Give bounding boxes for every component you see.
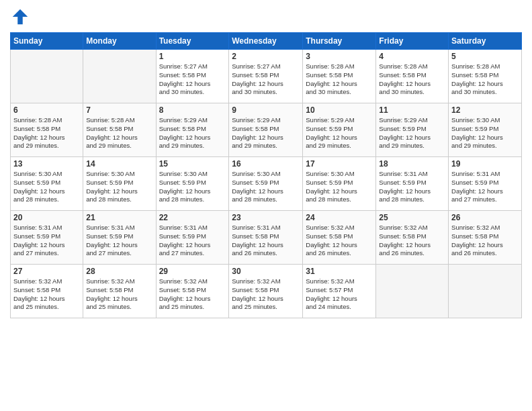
calendar-table: SundayMondayTuesdayWednesdayThursdayFrid… <box>10 32 522 318</box>
day-cell: 13Sunrise: 5:30 AM Sunset: 5:59 PM Dayli… <box>11 157 83 211</box>
day-info: Sunrise: 5:30 AM Sunset: 5:59 PM Dayligh… <box>232 170 300 204</box>
day-number: 21 <box>86 213 152 222</box>
day-info: Sunrise: 5:32 AM Sunset: 5:58 PM Dayligh… <box>86 277 152 312</box>
day-number: 13 <box>13 159 80 169</box>
day-info: Sunrise: 5:28 AM Sunset: 5:58 PM Dayligh… <box>306 62 373 97</box>
day-cell: 11Sunrise: 5:29 AM Sunset: 5:59 PM Dayli… <box>376 103 449 157</box>
day-number: 7 <box>86 105 152 115</box>
day-cell <box>11 50 83 103</box>
day-info: Sunrise: 5:28 AM Sunset: 5:58 PM Dayligh… <box>379 62 445 97</box>
day-cell: 22Sunrise: 5:31 AM Sunset: 5:59 PM Dayli… <box>156 211 229 265</box>
day-info: Sunrise: 5:31 AM Sunset: 5:59 PM Dayligh… <box>451 170 519 204</box>
page: SundayMondayTuesdayWednesdayThursdayFrid… <box>0 0 532 411</box>
day-info: Sunrise: 5:32 AM Sunset: 5:57 PM Dayligh… <box>306 277 373 312</box>
day-info: Sunrise: 5:29 AM Sunset: 5:59 PM Dayligh… <box>379 116 445 150</box>
day-info: Sunrise: 5:28 AM Sunset: 5:58 PM Dayligh… <box>13 116 80 150</box>
day-number: 15 <box>159 159 226 169</box>
day-info: Sunrise: 5:32 AM Sunset: 5:58 PM Dayligh… <box>13 277 80 312</box>
day-info: Sunrise: 5:30 AM Sunset: 5:59 PM Dayligh… <box>13 170 80 204</box>
day-cell: 18Sunrise: 5:31 AM Sunset: 5:59 PM Dayli… <box>376 157 449 211</box>
day-info: Sunrise: 5:31 AM Sunset: 5:59 PM Dayligh… <box>159 224 226 258</box>
col-header-wednesday: Wednesday <box>229 33 303 50</box>
day-number: 10 <box>306 105 373 115</box>
day-info: Sunrise: 5:30 AM Sunset: 5:59 PM Dayligh… <box>159 170 226 204</box>
day-cell: 10Sunrise: 5:29 AM Sunset: 5:59 PM Dayli… <box>303 103 376 157</box>
week-row-5: 27Sunrise: 5:32 AM Sunset: 5:58 PM Dayli… <box>11 265 522 318</box>
day-info: Sunrise: 5:28 AM Sunset: 5:58 PM Dayligh… <box>451 62 519 97</box>
week-row-4: 20Sunrise: 5:31 AM Sunset: 5:59 PM Dayli… <box>11 211 522 265</box>
col-header-saturday: Saturday <box>449 33 522 50</box>
week-row-2: 6Sunrise: 5:28 AM Sunset: 5:58 PM Daylig… <box>11 103 522 157</box>
day-info: Sunrise: 5:29 AM Sunset: 5:58 PM Dayligh… <box>159 116 226 150</box>
day-cell: 24Sunrise: 5:32 AM Sunset: 5:58 PM Dayli… <box>303 211 376 265</box>
day-number: 2 <box>232 52 300 61</box>
day-cell: 19Sunrise: 5:31 AM Sunset: 5:59 PM Dayli… <box>449 157 522 211</box>
day-info: Sunrise: 5:31 AM Sunset: 5:58 PM Dayligh… <box>232 224 300 258</box>
day-cell: 17Sunrise: 5:30 AM Sunset: 5:59 PM Dayli… <box>303 157 376 211</box>
day-number: 5 <box>451 52 519 61</box>
day-number: 17 <box>306 159 373 169</box>
day-info: Sunrise: 5:31 AM Sunset: 5:59 PM Dayligh… <box>379 170 445 204</box>
day-info: Sunrise: 5:28 AM Sunset: 5:58 PM Dayligh… <box>86 116 152 150</box>
svg-marker-0 <box>13 9 28 25</box>
day-cell: 27Sunrise: 5:32 AM Sunset: 5:58 PM Dayli… <box>11 265 83 318</box>
day-cell: 8Sunrise: 5:29 AM Sunset: 5:58 PM Daylig… <box>156 103 229 157</box>
calendar-header-row: SundayMondayTuesdayWednesdayThursdayFrid… <box>11 33 522 50</box>
day-number: 14 <box>86 159 152 169</box>
day-number: 4 <box>379 52 445 61</box>
day-cell: 7Sunrise: 5:28 AM Sunset: 5:58 PM Daylig… <box>83 103 156 157</box>
day-number: 12 <box>451 105 519 115</box>
day-cell: 6Sunrise: 5:28 AM Sunset: 5:58 PM Daylig… <box>11 103 83 157</box>
day-info: Sunrise: 5:29 AM Sunset: 5:58 PM Dayligh… <box>232 116 300 150</box>
day-cell: 1Sunrise: 5:27 AM Sunset: 5:58 PM Daylig… <box>156 50 229 103</box>
header <box>10 7 522 27</box>
day-info: Sunrise: 5:30 AM Sunset: 5:59 PM Dayligh… <box>86 170 152 204</box>
day-info: Sunrise: 5:32 AM Sunset: 5:58 PM Dayligh… <box>379 224 445 258</box>
day-number: 19 <box>451 159 519 169</box>
day-info: Sunrise: 5:27 AM Sunset: 5:58 PM Dayligh… <box>232 62 300 97</box>
day-info: Sunrise: 5:32 AM Sunset: 5:58 PM Dayligh… <box>306 224 373 258</box>
col-header-sunday: Sunday <box>11 33 83 50</box>
day-cell: 20Sunrise: 5:31 AM Sunset: 5:59 PM Dayli… <box>11 211 83 265</box>
day-info: Sunrise: 5:31 AM Sunset: 5:59 PM Dayligh… <box>86 224 152 258</box>
day-cell: 2Sunrise: 5:27 AM Sunset: 5:58 PM Daylig… <box>229 50 303 103</box>
day-cell: 21Sunrise: 5:31 AM Sunset: 5:59 PM Dayli… <box>83 211 156 265</box>
day-info: Sunrise: 5:29 AM Sunset: 5:59 PM Dayligh… <box>306 116 373 150</box>
col-header-thursday: Thursday <box>303 33 376 50</box>
day-number: 29 <box>159 267 226 276</box>
day-cell: 30Sunrise: 5:32 AM Sunset: 5:58 PM Dayli… <box>229 265 303 318</box>
col-header-tuesday: Tuesday <box>156 33 229 50</box>
day-cell: 26Sunrise: 5:32 AM Sunset: 5:58 PM Dayli… <box>449 211 522 265</box>
day-number: 25 <box>379 213 445 222</box>
logo <box>10 7 33 27</box>
day-number: 24 <box>306 213 373 222</box>
day-number: 11 <box>379 105 445 115</box>
day-cell: 23Sunrise: 5:31 AM Sunset: 5:58 PM Dayli… <box>229 211 303 265</box>
day-cell: 3Sunrise: 5:28 AM Sunset: 5:58 PM Daylig… <box>303 50 376 103</box>
col-header-monday: Monday <box>83 33 156 50</box>
day-cell: 14Sunrise: 5:30 AM Sunset: 5:59 PM Dayli… <box>83 157 156 211</box>
day-info: Sunrise: 5:32 AM Sunset: 5:58 PM Dayligh… <box>451 224 519 258</box>
day-info: Sunrise: 5:31 AM Sunset: 5:59 PM Dayligh… <box>13 224 80 258</box>
day-info: Sunrise: 5:30 AM Sunset: 5:59 PM Dayligh… <box>306 170 373 204</box>
day-cell <box>376 265 449 318</box>
day-number: 18 <box>379 159 445 169</box>
day-cell: 15Sunrise: 5:30 AM Sunset: 5:59 PM Dayli… <box>156 157 229 211</box>
day-number: 30 <box>232 267 300 276</box>
day-number: 23 <box>232 213 300 222</box>
week-row-1: 1Sunrise: 5:27 AM Sunset: 5:58 PM Daylig… <box>11 50 522 103</box>
week-row-3: 13Sunrise: 5:30 AM Sunset: 5:59 PM Dayli… <box>11 157 522 211</box>
day-cell: 16Sunrise: 5:30 AM Sunset: 5:59 PM Dayli… <box>229 157 303 211</box>
col-header-friday: Friday <box>376 33 449 50</box>
day-number: 20 <box>13 213 80 222</box>
day-info: Sunrise: 5:32 AM Sunset: 5:58 PM Dayligh… <box>159 277 226 312</box>
day-cell: 28Sunrise: 5:32 AM Sunset: 5:58 PM Dayli… <box>83 265 156 318</box>
day-cell <box>83 50 156 103</box>
day-info: Sunrise: 5:27 AM Sunset: 5:58 PM Dayligh… <box>159 62 226 97</box>
day-cell: 29Sunrise: 5:32 AM Sunset: 5:58 PM Dayli… <box>156 265 229 318</box>
day-number: 3 <box>306 52 373 61</box>
day-cell: 4Sunrise: 5:28 AM Sunset: 5:58 PM Daylig… <box>376 50 449 103</box>
day-number: 1 <box>159 52 226 61</box>
day-info: Sunrise: 5:30 AM Sunset: 5:59 PM Dayligh… <box>451 116 519 150</box>
day-number: 28 <box>86 267 152 276</box>
